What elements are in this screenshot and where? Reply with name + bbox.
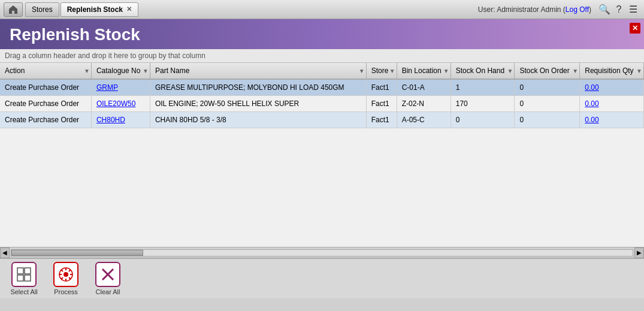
menu-icon[interactable]: ☰	[626, 2, 640, 17]
cell-stock-on-order: 0	[515, 79, 580, 96]
svg-line-11	[69, 277, 71, 279]
scroll-thumb[interactable]	[11, 250, 143, 256]
process-icon	[53, 262, 78, 287]
scroll-track[interactable]	[11, 249, 633, 256]
col-bin-menu[interactable]: ▼	[443, 68, 449, 74]
cell-catalogue[interactable]: GRMP	[91, 79, 150, 96]
scroll-left-arrow[interactable]: ◀	[0, 247, 10, 258]
table-row[interactable]: Create Purchase OrderCH80HDCHAIN 80HD 5/…	[0, 112, 644, 128]
cell-stock-on-hand: 170	[451, 96, 515, 112]
bottom-toolbar: Select All Process Clear	[0, 258, 644, 298]
stock-table: Action ▼ Catalogue No ▼ Part Name ▼ Stor…	[0, 63, 644, 128]
col-store-menu[interactable]: ▼	[389, 68, 395, 74]
col-store[interactable]: Store ▼	[366, 63, 397, 79]
group-hint: Drag a column header and drop it here to…	[0, 49, 644, 63]
nav-icons: 🔍 ? ☰	[597, 2, 640, 17]
table-row[interactable]: Create Purchase OrderGRMPGREASE MULTIPUR…	[0, 79, 644, 96]
svg-line-13	[61, 277, 63, 279]
select-all-button[interactable]: Select All	[6, 262, 42, 295]
nav-bar: Stores Replenish Stock ✕ User: Administr…	[0, 0, 644, 19]
col-catalogue-no[interactable]: Catalogue No ▼	[91, 63, 150, 79]
svg-rect-1	[25, 268, 31, 274]
cell-requisition-qty[interactable]: 0.00	[580, 112, 644, 128]
col-action[interactable]: Action ▼	[0, 63, 91, 79]
tab-replenish-stock[interactable]: Replenish Stock ✕	[61, 2, 138, 17]
select-all-icon	[11, 262, 37, 287]
svg-rect-2	[17, 275, 23, 281]
cell-requisition-qty[interactable]: 0.00	[580, 96, 644, 112]
table-header-row: Action ▼ Catalogue No ▼ Part Name ▼ Stor…	[0, 63, 644, 79]
svg-point-5	[64, 272, 68, 277]
svg-line-10	[61, 270, 63, 271]
process-button[interactable]: Process	[48, 262, 84, 295]
tab-stores-label: Stores	[32, 5, 53, 14]
cell-stock-on-order: 0	[515, 96, 580, 112]
table-body: Create Purchase OrderGRMPGREASE MULTIPUR…	[0, 79, 644, 128]
col-partname-menu[interactable]: ▼	[359, 68, 365, 74]
cell-bin-location: Z-02-N	[397, 96, 451, 112]
tab-replenish-stock-label: Replenish Stock	[67, 5, 123, 14]
cell-part-name: CHAIN 80HD 5/8 - 3/8	[150, 112, 366, 128]
col-req-menu[interactable]: ▼	[636, 68, 642, 74]
page-close-button[interactable]: ✕	[630, 23, 640, 34]
col-catalogue-menu[interactable]: ▼	[143, 68, 149, 74]
cell-action: Create Purchase Order	[0, 112, 91, 128]
svg-rect-3	[25, 275, 31, 281]
col-stock-on-order[interactable]: Stock On Order ▼	[515, 63, 580, 79]
cell-part-name: OIL ENGINE; 20W-50 SHELL HELIX SUPER	[150, 96, 366, 112]
cell-bin-location: C-01-A	[397, 79, 451, 96]
home-button[interactable]	[4, 2, 23, 17]
svg-line-12	[69, 270, 71, 271]
horizontal-scrollbar[interactable]: ◀ ▶	[0, 247, 644, 258]
tab-close-icon[interactable]: ✕	[126, 5, 132, 13]
cell-store: Fact1	[366, 79, 397, 96]
col-part-name[interactable]: Part Name ▼	[150, 63, 366, 79]
tab-stores[interactable]: Stores	[25, 2, 59, 17]
col-bin-location[interactable]: Bin Location ▼	[397, 63, 451, 79]
cell-store: Fact1	[366, 112, 397, 128]
col-requisition-qty[interactable]: Requisition Qty ▼	[580, 63, 644, 79]
col-soh-menu[interactable]: ▼	[507, 68, 513, 74]
clear-all-label: Clear All	[96, 288, 120, 295]
table-area: Action ▼ Catalogue No ▼ Part Name ▼ Stor…	[0, 63, 644, 247]
logoff-link[interactable]: Log Off	[566, 5, 589, 14]
clear-all-button[interactable]: Clear All	[90, 262, 126, 295]
clear-all-icon	[95, 262, 120, 287]
cell-part-name: GREASE MULTIPURPOSE; MOLYBOND HI LOAD 45…	[150, 79, 366, 96]
scroll-right-arrow[interactable]: ▶	[634, 247, 644, 258]
col-action-menu[interactable]: ▼	[84, 68, 90, 74]
cell-stock-on-order: 0	[515, 112, 580, 128]
cell-action: Create Purchase Order	[0, 79, 91, 96]
table-row[interactable]: Create Purchase OrderOILE20W50OIL ENGINE…	[0, 96, 644, 112]
cell-stock-on-hand: 0	[451, 112, 515, 128]
col-stock-on-hand[interactable]: Stock On Hand ▼	[451, 63, 515, 79]
user-info: User: Administrator Admin (Log Off)	[478, 5, 591, 14]
cell-store: Fact1	[366, 96, 397, 112]
cell-action: Create Purchase Order	[0, 96, 91, 112]
cell-requisition-qty[interactable]: 0.00	[580, 79, 644, 96]
cell-catalogue[interactable]: CH80HD	[91, 112, 150, 128]
process-label: Process	[54, 288, 78, 295]
cell-catalogue[interactable]: OILE20W50	[91, 96, 150, 112]
cell-stock-on-hand: 1	[451, 79, 515, 96]
search-icon[interactable]: 🔍	[597, 2, 612, 17]
page-title: Replenish Stock	[10, 25, 634, 44]
page-header: Replenish Stock ✕	[0, 19, 644, 49]
select-all-label: Select All	[10, 288, 37, 295]
col-soo-menu[interactable]: ▼	[572, 68, 578, 74]
svg-rect-0	[17, 268, 23, 274]
help-icon[interactable]: ?	[612, 2, 626, 17]
cell-bin-location: A-05-C	[397, 112, 451, 128]
